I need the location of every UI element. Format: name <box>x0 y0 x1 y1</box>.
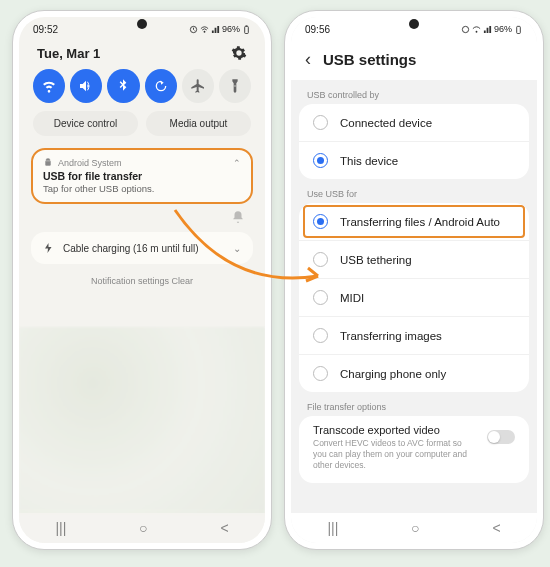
radio-icon <box>313 252 328 267</box>
svg-rect-2 <box>245 26 249 33</box>
transcode-title: Transcode exported video <box>313 424 477 436</box>
back-button[interactable]: ‹ <box>305 49 311 70</box>
qs-buttons: Device control Media output <box>19 111 265 144</box>
option-label: Transferring images <box>340 330 442 342</box>
radio-icon <box>313 115 328 130</box>
notification-footer[interactable]: Notification settings Clear <box>19 270 265 292</box>
radio-icon <box>313 153 328 168</box>
flashlight-icon <box>227 78 243 94</box>
option-usb-tethering[interactable]: USB tethering <box>299 240 529 278</box>
rotate-icon <box>153 78 169 94</box>
tile-wifi[interactable] <box>33 69 65 103</box>
charging-text: Cable charging (16 m until full) <box>63 243 199 254</box>
option-label: This device <box>340 155 398 167</box>
wifi-icon <box>472 25 481 34</box>
status-bar: 09:52 96% <box>19 17 265 41</box>
airplane-icon <box>190 78 206 94</box>
use-usb-group: Transferring files / Android Auto USB te… <box>299 203 529 392</box>
bluetooth-icon <box>115 78 131 94</box>
tile-sound[interactable] <box>70 69 102 103</box>
nav-back[interactable]: < <box>492 520 500 536</box>
usb-notification[interactable]: Android System ⌃ USB for file transfer T… <box>31 148 253 204</box>
status-icons: 96% <box>461 24 523 34</box>
nav-bar: ||| ○ < <box>19 513 265 543</box>
status-icons: 96% <box>189 24 251 34</box>
section-controlled-by: USB controlled by <box>291 80 537 104</box>
notification-title: USB for file transfer <box>43 170 241 182</box>
option-transferring-images[interactable]: Transferring images <box>299 316 529 354</box>
nav-home[interactable]: ○ <box>139 520 147 536</box>
page-header: ‹ USB settings <box>291 41 537 80</box>
transcode-row[interactable]: Transcode exported video Convert HEVC vi… <box>299 416 529 483</box>
option-connected-device[interactable]: Connected device <box>299 104 529 141</box>
radio-icon <box>313 366 328 381</box>
battery-icon <box>514 25 523 34</box>
status-bar: 09:56 96% <box>291 17 537 41</box>
option-label: Transferring files / Android Auto <box>340 216 500 228</box>
notification-body: Tap for other USB options. <box>43 183 241 194</box>
option-transferring-files[interactable]: Transferring files / Android Auto <box>299 203 529 240</box>
bolt-icon <box>43 242 55 254</box>
option-label: Charging phone only <box>340 368 446 380</box>
phone-notification-shade: 09:52 96% Tue, Mar 1 Device control Medi… <box>12 10 272 550</box>
option-midi[interactable]: MIDI <box>299 278 529 316</box>
charging-notification[interactable]: Cable charging (16 m until full) ⌄ <box>31 232 253 264</box>
svg-point-4 <box>462 26 468 32</box>
option-label: USB tethering <box>340 254 412 266</box>
signal-icon <box>211 25 220 34</box>
tile-airplane[interactable] <box>182 69 214 103</box>
option-this-device[interactable]: This device <box>299 141 529 179</box>
svg-rect-3 <box>246 25 248 26</box>
option-charging-only[interactable]: Charging phone only <box>299 354 529 392</box>
wallpaper-blur <box>19 327 265 515</box>
nav-back[interactable]: < <box>220 520 228 536</box>
notification-app: Android System <box>58 158 122 168</box>
nav-home[interactable]: ○ <box>411 520 419 536</box>
bell-icon <box>231 210 245 224</box>
android-icon <box>43 158 53 168</box>
nav-recents[interactable]: ||| <box>327 520 338 536</box>
section-file-transfer-options: File transfer options <box>291 392 537 416</box>
chevron-up-icon: ⌃ <box>233 158 241 168</box>
silent-indicator <box>19 208 265 226</box>
chevron-down-icon: ⌄ <box>233 243 241 254</box>
alarm-icon <box>461 25 470 34</box>
radio-icon <box>313 290 328 305</box>
page-title: USB settings <box>323 51 416 68</box>
nav-recents[interactable]: ||| <box>55 520 66 536</box>
option-label: Connected device <box>340 117 432 129</box>
media-output-button[interactable]: Media output <box>146 111 251 136</box>
radio-icon <box>313 214 328 229</box>
tile-bluetooth[interactable] <box>107 69 139 103</box>
wifi-icon <box>200 25 209 34</box>
radio-icon <box>313 328 328 343</box>
qs-header: Tue, Mar 1 <box>19 41 265 67</box>
quick-settings-tiles <box>19 67 265 111</box>
alarm-icon <box>189 25 198 34</box>
status-time: 09:52 <box>33 24 58 35</box>
tile-flashlight[interactable] <box>219 69 251 103</box>
device-control-button[interactable]: Device control <box>33 111 138 136</box>
option-label: MIDI <box>340 292 364 304</box>
transcode-desc: Convert HEVC videos to AVC format so you… <box>313 438 477 471</box>
svg-point-5 <box>476 30 478 32</box>
wifi-icon <box>41 78 57 94</box>
section-use-usb-for: Use USB for <box>291 179 537 203</box>
svg-rect-6 <box>517 26 521 33</box>
signal-icon <box>483 25 492 34</box>
phone-usb-settings: 09:56 96% ‹ USB settings USB controlled … <box>284 10 544 550</box>
transcode-toggle[interactable] <box>487 430 515 444</box>
svg-point-1 <box>204 30 206 32</box>
nav-bar: ||| ○ < <box>291 513 537 543</box>
qs-date: Tue, Mar 1 <box>37 46 100 61</box>
tile-rotate[interactable] <box>145 69 177 103</box>
status-time: 09:56 <box>305 24 330 35</box>
battery-icon <box>242 25 251 34</box>
gear-icon[interactable] <box>231 45 247 61</box>
controlled-by-group: Connected device This device <box>299 104 529 179</box>
status-battery: 96% <box>494 24 512 34</box>
status-battery: 96% <box>222 24 240 34</box>
sound-icon <box>78 78 94 94</box>
